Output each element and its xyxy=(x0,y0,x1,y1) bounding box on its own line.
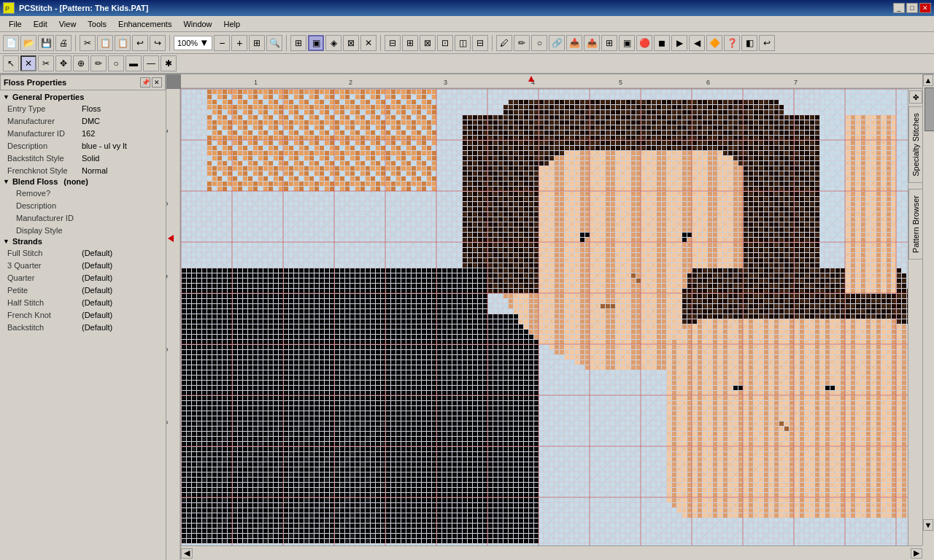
view-toggle[interactable]: ⊟ xyxy=(385,35,401,51)
tool25[interactable]: ↩ xyxy=(759,35,775,51)
backstitch-row: Backstitch (Default) xyxy=(1,321,164,333)
zoom-out-button[interactable]: − xyxy=(214,35,230,51)
tool16[interactable]: ⊞ xyxy=(601,35,617,51)
petite-label: Petite xyxy=(1,286,82,295)
general-properties-label: General Properties xyxy=(12,93,84,101)
line-tool[interactable]: — xyxy=(143,55,159,71)
frenchknot-style-row: Frenchknot Style Normal xyxy=(1,164,164,176)
tool8[interactable]: ◫ xyxy=(455,35,471,51)
backstitch-label: Backstitch xyxy=(1,323,82,332)
menu-help[interactable]: Help xyxy=(218,18,247,30)
paste-button[interactable]: 📋 xyxy=(115,35,131,51)
select4-button[interactable]: ✕ xyxy=(360,35,377,51)
select-tool[interactable]: ↖ xyxy=(3,55,19,71)
select-button[interactable]: ▣ xyxy=(308,35,324,51)
tool17[interactable]: ▣ xyxy=(619,35,635,51)
pattern-canvas[interactable] xyxy=(181,89,922,545)
tool13[interactable]: 🔗 xyxy=(549,35,565,51)
menu-view[interactable]: View xyxy=(53,18,82,30)
panel-pin-button[interactable]: 📌 xyxy=(140,77,150,88)
three-quarter-row: 3 Quarter (Default) xyxy=(1,259,164,271)
cut-button[interactable]: ✂ xyxy=(80,35,96,51)
tool6[interactable]: ⊠ xyxy=(420,35,436,51)
blend-floss-header[interactable]: ▼ Blend Floss (none) xyxy=(1,176,164,187)
tool11[interactable]: ✏ xyxy=(514,35,530,51)
scroll-up-button[interactable]: ▲ xyxy=(923,74,933,86)
full-stitch-label: Full Stitch xyxy=(1,249,82,257)
specialty-icon[interactable]: ✤ xyxy=(909,90,922,104)
svg-text:P: P xyxy=(5,5,9,12)
tool19[interactable]: ◼ xyxy=(654,35,670,51)
tool15[interactable]: 📤 xyxy=(584,35,600,51)
menu-enhancements[interactable]: Enhancements xyxy=(112,18,177,30)
tool7[interactable]: ⊡ xyxy=(437,35,453,51)
stitch-canvas[interactable] xyxy=(181,89,922,545)
redo-button[interactable]: ↪ xyxy=(150,35,166,51)
tool20[interactable]: ▶ xyxy=(671,35,687,51)
half-stitch-value: (Default) xyxy=(82,298,164,307)
blend-desc-row: Description xyxy=(13,199,164,211)
grid-button[interactable]: ⊞ xyxy=(290,35,306,51)
backstitch-value: (Default) xyxy=(82,323,164,332)
circle-tool[interactable]: ○ xyxy=(108,55,124,71)
entry-type-label: Entry Type xyxy=(1,104,82,113)
cross-tool[interactable]: ✕ xyxy=(20,55,36,71)
tool24[interactable]: ◧ xyxy=(741,35,757,51)
tool9[interactable]: ⊟ xyxy=(472,35,488,51)
display-style-row: Display Style xyxy=(13,224,164,236)
canvas-area[interactable]: 1 2 3 4 5 6 7 2 3 4 5 6 xyxy=(166,74,934,560)
specialty-stitches-tab[interactable]: Specialty Stitches xyxy=(908,106,923,183)
description-row: Description blue - ul vy lt xyxy=(1,139,164,152)
tool23[interactable]: ❓ xyxy=(724,35,740,51)
undo-button[interactable]: ↩ xyxy=(132,35,148,51)
copy-button[interactable]: 📋 xyxy=(97,35,113,51)
scissors-tool[interactable]: ✂ xyxy=(38,55,54,71)
scroll-right-button[interactable]: ▶ xyxy=(911,548,922,559)
menu-tools[interactable]: Tools xyxy=(82,18,112,30)
tool21[interactable]: ◀ xyxy=(689,35,705,51)
zoom-in-button[interactable]: + xyxy=(231,35,247,51)
horizontal-scrollbar[interactable]: ◀ ▶ xyxy=(181,545,922,560)
star-tool[interactable]: ✱ xyxy=(161,55,177,71)
zoom-display: 100% ▼ xyxy=(174,36,212,50)
svg-text:3: 3 xyxy=(444,79,447,86)
tool14[interactable]: 📥 xyxy=(566,35,582,51)
zoom-dropdown[interactable]: ▼ xyxy=(199,37,209,48)
rect-tool[interactable]: ▬ xyxy=(126,55,142,71)
vertical-scrollbar[interactable]: ▲ ▼ xyxy=(922,74,934,545)
zoom-custom-button[interactable]: 🔍 xyxy=(266,35,282,51)
tool22[interactable]: 🔶 xyxy=(706,35,722,51)
svg-text:5: 5 xyxy=(619,79,622,86)
tool5[interactable]: ⊞ xyxy=(402,35,418,51)
new-button[interactable]: 📄 xyxy=(3,35,19,51)
tool12[interactable]: ○ xyxy=(531,35,547,51)
half-stitch-label: Half Stitch xyxy=(1,298,82,307)
select2-button[interactable]: ◈ xyxy=(325,35,341,51)
menu-window[interactable]: Window xyxy=(177,18,217,30)
scroll-down-button[interactable]: ▼ xyxy=(923,519,933,531)
scroll-thumb-v[interactable] xyxy=(925,88,934,131)
menu-file[interactable]: File xyxy=(3,18,28,30)
zoom-fit-button[interactable]: ⊞ xyxy=(249,35,265,51)
scroll-left-button[interactable]: ◀ xyxy=(181,548,193,559)
pattern-browser-tab[interactable]: Pattern Browser xyxy=(908,189,923,260)
magic-tool[interactable]: ⊕ xyxy=(73,55,89,71)
svg-text:2: 2 xyxy=(166,129,169,133)
minimize-button[interactable]: _ xyxy=(893,3,905,13)
pencil-tool[interactable]: ✏ xyxy=(90,55,107,71)
move-tool[interactable]: ✥ xyxy=(55,55,72,71)
open-button[interactable]: 📂 xyxy=(20,35,36,51)
tool18[interactable]: 🔴 xyxy=(636,35,652,51)
ruler-left: 2 3 4 5 6 xyxy=(166,89,181,560)
strands-header[interactable]: ▼ Strands xyxy=(1,236,164,246)
menu-edit[interactable]: Edit xyxy=(28,18,53,30)
save-button[interactable]: 💾 xyxy=(38,35,54,51)
panel-close-button[interactable]: ✕ xyxy=(152,77,162,88)
select3-button[interactable]: ⊠ xyxy=(343,35,359,51)
maximize-button[interactable]: □ xyxy=(906,3,918,13)
print-button[interactable]: 🖨 xyxy=(55,35,72,51)
close-button[interactable]: ✕ xyxy=(919,3,931,13)
title-bar: P PCStitch - [Pattern: The Kids.PAT] _ □… xyxy=(0,0,934,16)
general-properties-header[interactable]: ▼ General Properties xyxy=(1,92,164,102)
tool10[interactable]: 🖊 xyxy=(496,35,512,51)
